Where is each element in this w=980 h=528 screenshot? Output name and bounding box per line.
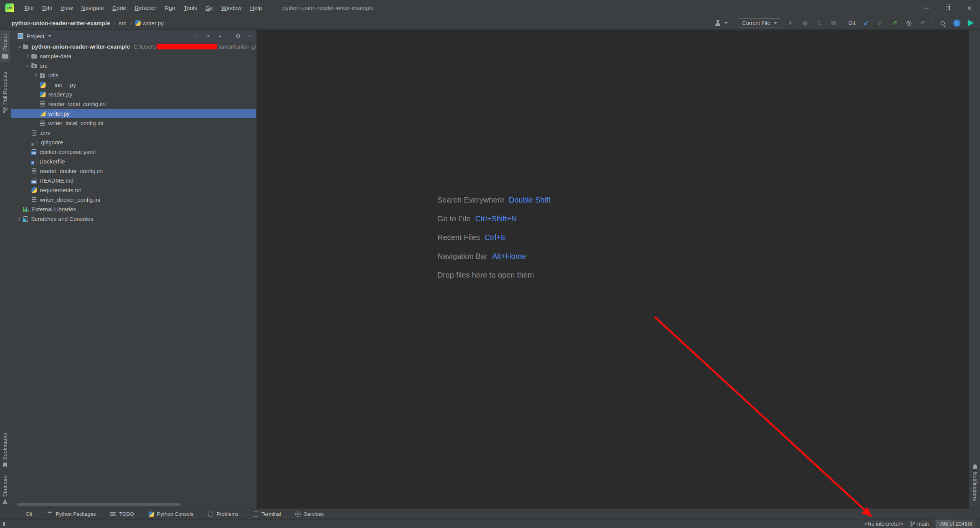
run-button[interactable] [786,18,795,28]
file-type-icon [31,62,38,69]
search-everywhere-icon[interactable] [938,18,947,28]
tree-row[interactable]: python-union-reader-writer-example C:\Us… [11,42,256,51]
menu-item[interactable]: Window [217,5,246,11]
tool-window-button[interactable]: Git [17,511,32,517]
git-branch-widget[interactable]: main [910,521,929,527]
tree-row[interactable]: sample-data [11,51,256,61]
git-rollback-button[interactable]: ↶ [918,18,928,28]
project-panel-actions: ⚙ [193,33,253,39]
tree-row[interactable]: writer_docker_config.ini [11,195,256,204]
file-type-icon [31,187,37,193]
tree-row[interactable]: requirements.txt [11,185,256,195]
debug-button[interactable] [800,18,810,28]
separator [733,19,733,27]
git-push-button[interactable]: ↗ [890,18,899,28]
git-history-button[interactable] [904,18,913,28]
tool-window-button[interactable]: Python Packages [47,511,96,517]
user-account-icon[interactable] [713,18,723,28]
menu-item[interactable]: Help [246,5,266,11]
tree-row[interactable]: .env [11,128,256,137]
run-configuration-select[interactable]: Current File [738,18,781,28]
tool-window-button[interactable]: Services [295,511,324,517]
menu-item[interactable]: File [20,5,38,11]
tree-row[interactable]: reader.py [11,90,256,99]
tool-window-tab-notifications[interactable]: Notifications [970,460,980,505]
expand-all-button[interactable] [205,33,212,39]
tool-window-label: Problems [216,511,238,517]
file-type-icon [32,149,36,155]
tool-window-button[interactable]: Python Console [149,511,193,517]
tool-window-layout-icon[interactable] [3,522,8,526]
tool-window-tab-pull-requests[interactable]: Pull Requests [0,68,10,117]
tool-window-label: Git [26,511,32,517]
tree-row[interactable]: __init__.py [11,80,256,90]
tree-row[interactable]: Scratches and Consoles [11,214,256,224]
panel-settings-button[interactable]: ⚙ [235,33,241,39]
tool-window-tab-project[interactable]: Project [0,30,10,62]
hide-panel-button[interactable] [247,33,253,39]
git-commit-button[interactable]: ✓ [876,18,885,28]
tree-row[interactable]: utils [11,70,256,80]
tree-chevron-icon[interactable] [16,42,23,51]
tree-item-label: requirements.txt [40,187,81,193]
tree-row[interactable]: reader_docker_config.ini [11,166,256,176]
tree-row[interactable]: Dockerfile [11,157,256,166]
menu-item[interactable]: Edit [38,5,56,11]
locate-file-button[interactable] [193,33,200,39]
tree-row[interactable]: src [11,61,256,70]
tool-window-button[interactable]: Terminal [253,511,281,517]
tool-window-button[interactable]: Problems [208,511,238,517]
menu-item[interactable]: View [56,5,77,11]
tool-window-tab-structure[interactable]: Structure [0,471,10,508]
pycharm-logo-icon: PC [5,3,14,12]
run-coverage-button[interactable]: C [815,18,824,28]
project-view-dropdown-icon[interactable] [48,35,51,37]
memory-indicator[interactable]: 766 of 2048M [936,520,975,528]
git-update-button[interactable]: ↙ [862,18,871,28]
file-type-icon [23,43,29,50]
tool-window-icon [295,512,301,517]
tree-row[interactable]: docker-compose.yaml [11,147,256,157]
horizontal-scrollbar[interactable] [17,503,180,506]
tool-window-icon [208,512,213,517]
menu-item[interactable]: Git [201,5,217,11]
interpreter-widget[interactable]: <No interpreter> [864,521,903,527]
tree-chevron-icon[interactable] [33,70,39,80]
project-view-selector[interactable]: Project [26,33,44,39]
tree-row[interactable]: writer.py [11,109,256,118]
tree-chevron-icon[interactable] [24,51,31,61]
shortcut-label: Recent Files [437,233,480,242]
stop-button[interactable] [829,18,838,28]
tree-row[interactable]: README.md [11,176,256,185]
tree-chevron-icon[interactable] [16,214,23,224]
menu-item[interactable]: Navigate [77,5,108,11]
tree-chevron-icon[interactable] [24,61,31,70]
tool-window-icon [149,512,154,517]
breadcrumb-src[interactable]: src [119,20,126,26]
user-dropdown-icon[interactable] [725,22,728,24]
menu-item[interactable]: Tools [180,5,201,11]
tree-item-label: writer_docker_config.ini [40,196,100,203]
tree-item-label: writer.py [48,110,70,117]
restore-button[interactable] [937,0,959,16]
learn-plugin-icon[interactable] [966,18,975,28]
close-button[interactable]: × [959,0,980,16]
tree-item-label: utils [48,72,59,78]
menu-item[interactable]: Run [160,5,180,11]
tree-item-path: C:\Users [134,43,156,50]
tree-row[interactable]: reader_local_config.ini [11,99,256,109]
tool-window-tab-bookmarks[interactable]: Bookmarks [0,429,10,471]
tree-row[interactable]: writer_local_config.ini [11,118,256,128]
minimize-button[interactable] [916,0,937,16]
menu-bar: FileEditViewNavigateCodeRefactorRunTools… [20,5,266,11]
breadcrumb-project[interactable]: python-union-reader-writer-example [11,20,110,26]
tree-row[interactable]: .gitignore [11,137,256,147]
breadcrumb-file[interactable]: writer.py [135,20,164,26]
collapse-all-button[interactable] [217,33,224,39]
tool-window-button[interactable]: TODO [110,511,134,517]
menu-item[interactable]: Refactor [130,5,160,11]
code-with-me-icon[interactable]: ↑ [952,18,961,28]
menu-item[interactable]: Code [108,5,131,11]
title-bar: PC FileEditViewNavigateCodeRefactorRunTo… [0,0,980,16]
tree-row[interactable]: External Libraries [11,204,256,214]
